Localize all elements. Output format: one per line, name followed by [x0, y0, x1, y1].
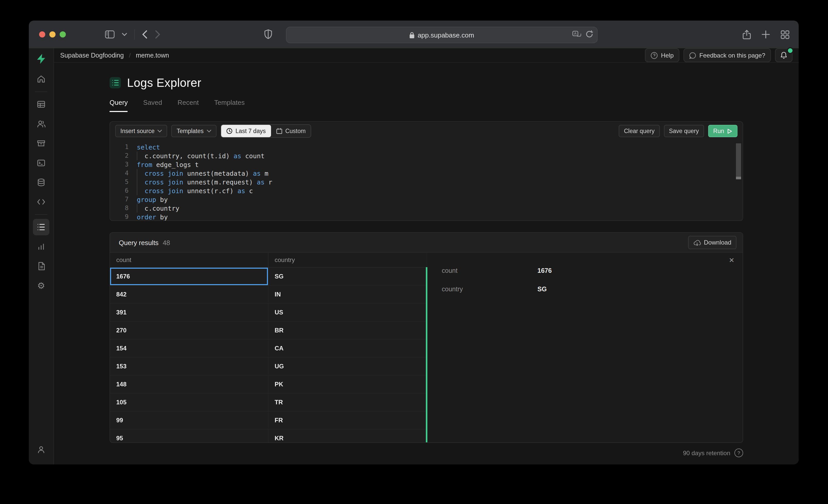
- address-bar[interactable]: app.supabase.com A: [286, 27, 597, 43]
- share-icon[interactable]: [743, 30, 751, 39]
- table-row: 391US: [110, 304, 426, 322]
- cell-count[interactable]: 99: [110, 412, 268, 429]
- cell-count[interactable]: 270: [110, 322, 268, 339]
- cell-country[interactable]: KR: [268, 429, 426, 442]
- help-button[interactable]: Help: [645, 48, 679, 62]
- sidebar-toggle-icon[interactable]: [105, 30, 115, 39]
- notifications-button[interactable]: [775, 48, 792, 62]
- new-tab-icon[interactable]: [762, 30, 770, 39]
- sidebar-item-storage[interactable]: [33, 135, 49, 151]
- cell-country[interactable]: TR: [268, 394, 426, 411]
- nav-sidebar: ⚙: [29, 48, 54, 464]
- clear-query-button[interactable]: Clear query: [619, 125, 660, 137]
- zoom-window-button[interactable]: [60, 31, 66, 38]
- insert-source-button[interactable]: Insert source: [115, 125, 167, 137]
- download-button[interactable]: Download: [688, 236, 737, 249]
- sidebar-item-reports[interactable]: [33, 238, 49, 255]
- code-line: 8 c.country: [110, 204, 743, 213]
- sidebar-item-home[interactable]: [33, 71, 49, 87]
- sidebar-item-table-editor[interactable]: [33, 96, 49, 112]
- cell-count[interactable]: 95: [110, 429, 268, 442]
- svg-text:A: A: [574, 31, 577, 35]
- minimize-window-button[interactable]: [49, 31, 55, 38]
- breadcrumb-org[interactable]: Supabase Dogfooding: [60, 52, 124, 59]
- save-query-label: Save query: [669, 128, 699, 134]
- help-label: Help: [661, 52, 673, 59]
- supabase-logo[interactable]: [36, 53, 46, 64]
- editor-scrollbar[interactable]: [736, 143, 741, 179]
- reload-icon[interactable]: [586, 30, 593, 38]
- code-line: 4 cross join unnest(metadata) as m: [110, 169, 743, 178]
- close-window-button[interactable]: [39, 31, 45, 38]
- breadcrumb-project[interactable]: meme.town: [136, 52, 169, 59]
- play-icon: [727, 128, 732, 134]
- sql-editor[interactable]: 1select2 c.country, count(t.id) as count…: [110, 140, 743, 220]
- table-row: 99FR: [110, 412, 426, 429]
- window-controls: [39, 31, 66, 38]
- save-query-button[interactable]: Save query: [664, 125, 704, 137]
- tab-recent[interactable]: Recent: [178, 99, 199, 111]
- sidebar-item-settings[interactable]: ⚙: [33, 277, 49, 294]
- run-query-button[interactable]: Run: [708, 125, 738, 137]
- sidebar-item-database[interactable]: [33, 174, 49, 191]
- tab-query[interactable]: Query: [110, 99, 128, 111]
- detail-fields: count1676countrySG: [442, 262, 730, 299]
- table-row: 95KR: [110, 429, 426, 442]
- detail-field-country: countrySG: [442, 280, 730, 299]
- cell-country[interactable]: US: [268, 304, 426, 321]
- tab-overview-icon[interactable]: [781, 30, 789, 39]
- sidebar-item-docs[interactable]: [33, 258, 49, 274]
- cell-count[interactable]: 154: [110, 339, 268, 357]
- query-toolbar: Insert source Templates: [110, 122, 743, 140]
- cell-count[interactable]: 842: [110, 286, 268, 303]
- close-icon[interactable]: ✕: [729, 257, 734, 264]
- custom-label: Custom: [285, 128, 305, 134]
- code-line: 9order by: [110, 213, 743, 220]
- cell-country[interactable]: IN: [268, 286, 426, 303]
- date-range-toggle: Last 7 days Custom: [221, 124, 312, 138]
- sidebar-item-sql-editor[interactable]: [33, 155, 49, 171]
- cell-country[interactable]: FR: [268, 412, 426, 429]
- chevron-down-icon[interactable]: [122, 33, 127, 36]
- url-text: app.supabase.com: [418, 31, 474, 39]
- page-title: Logs Explorer: [127, 76, 201, 90]
- code-line: 3from edge_logs t: [110, 160, 743, 169]
- results-body: countcountry 1676SG842IN391US270BR154CA1…: [110, 253, 743, 442]
- code-line: 5 cross join unnest(m.request) as r: [110, 178, 743, 186]
- privacy-shield-icon[interactable]: [264, 29, 272, 39]
- templates-button[interactable]: Templates: [171, 125, 216, 137]
- cell-country[interactable]: UG: [268, 358, 426, 375]
- results-title: Query results: [119, 239, 159, 246]
- sidebar-item-account[interactable]: [33, 441, 49, 458]
- results-panel: Query results 48 Download coun: [110, 232, 743, 443]
- cell-count[interactable]: 148: [110, 375, 268, 393]
- table-row: 105TR: [110, 394, 426, 412]
- cell-country[interactable]: PK: [268, 375, 426, 393]
- table-row: 842IN: [110, 286, 426, 304]
- question-circle-icon[interactable]: ?: [734, 449, 743, 457]
- cell-count[interactable]: 391: [110, 304, 268, 321]
- cell-count[interactable]: 153: [110, 358, 268, 375]
- download-label: Download: [704, 239, 731, 246]
- page-content: Logs Explorer QuerySavedRecentTemplates …: [54, 63, 799, 464]
- cell-count[interactable]: 1676: [110, 268, 268, 285]
- sidebar-item-authentication[interactable]: [33, 116, 49, 132]
- app-header: Supabase Dogfooding / meme.town Help: [54, 48, 799, 63]
- tab-templates[interactable]: Templates: [214, 99, 245, 111]
- cell-country[interactable]: BR: [268, 322, 426, 339]
- cell-country[interactable]: CA: [268, 339, 426, 357]
- last-7-days-button[interactable]: Last 7 days: [221, 125, 271, 137]
- forward-button[interactable]: [155, 30, 160, 39]
- breadcrumb-separator: /: [129, 52, 131, 59]
- back-button[interactable]: [142, 30, 148, 39]
- cell-country[interactable]: SG: [268, 268, 426, 285]
- notification-dot: [787, 47, 793, 54]
- cell-count[interactable]: 105: [110, 394, 268, 411]
- feedback-button[interactable]: Feedback on this page?: [684, 48, 771, 62]
- translate-icon[interactable]: A: [572, 31, 581, 38]
- tab-saved[interactable]: Saved: [143, 99, 162, 111]
- sidebar-item-logs-explorer[interactable]: [33, 219, 49, 235]
- custom-range-button[interactable]: Custom: [271, 125, 310, 137]
- sidebar-item-api[interactable]: [33, 194, 49, 210]
- browser-toolbar: app.supabase.com A: [29, 20, 799, 48]
